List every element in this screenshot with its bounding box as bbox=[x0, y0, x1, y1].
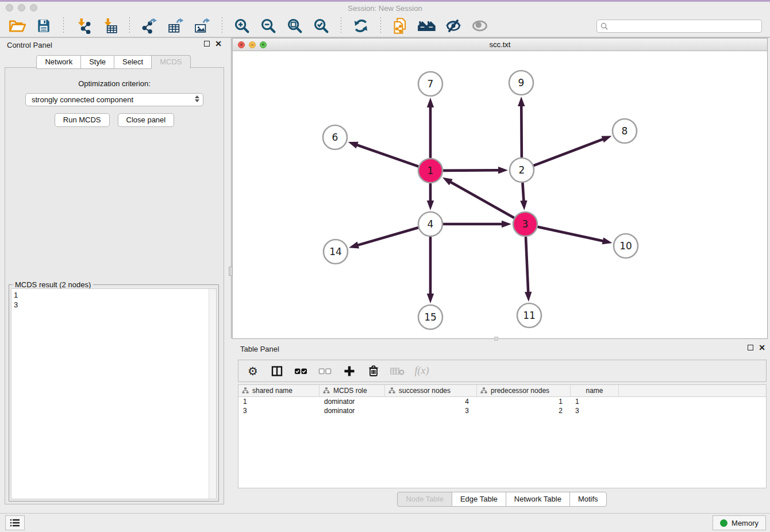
table-cell[interactable]: dominator bbox=[319, 398, 385, 406]
zoom-fit-icon[interactable] bbox=[283, 17, 306, 35]
table-cell[interactable]: 3 bbox=[385, 407, 477, 415]
node-6[interactable]: 6 bbox=[323, 125, 347, 149]
edge-3-1[interactable] bbox=[449, 181, 514, 218]
nested-networks-icon[interactable] bbox=[415, 17, 438, 35]
node-15[interactable]: 15 bbox=[418, 305, 442, 329]
table-cell[interactable]: 3 bbox=[571, 407, 619, 415]
table-row[interactable]: 1dominator411 bbox=[238, 397, 766, 406]
zoom-in-icon[interactable] bbox=[230, 17, 253, 35]
node-1[interactable]: 1 bbox=[418, 159, 442, 183]
delete-table-icon[interactable] bbox=[389, 363, 406, 379]
zoom-window-button[interactable] bbox=[30, 4, 37, 11]
arrowhead-4-14 bbox=[349, 242, 359, 249]
tab-style[interactable]: Style bbox=[80, 55, 114, 69]
tab-mcds[interactable]: MCDS bbox=[151, 55, 190, 69]
node-4[interactable]: 4 bbox=[418, 212, 442, 236]
result-scrollbar[interactable] bbox=[209, 289, 216, 499]
edge-2-8[interactable] bbox=[534, 138, 605, 165]
hierarchy-icon bbox=[323, 387, 330, 394]
memory-button[interactable]: Memory bbox=[713, 515, 766, 530]
edge-3-11[interactable] bbox=[526, 237, 528, 294]
run-mcds-button[interactable]: Run MCDS bbox=[55, 113, 110, 127]
export-network-icon[interactable] bbox=[138, 17, 161, 35]
zoom-out-icon[interactable] bbox=[257, 17, 280, 35]
deselect-all-columns-icon[interactable] bbox=[317, 363, 334, 379]
hide-graphics-details-icon[interactable] bbox=[442, 17, 465, 35]
column-header-shared-name[interactable]: shared name bbox=[238, 385, 319, 396]
edge-1-6[interactable] bbox=[355, 144, 418, 166]
table-cell[interactable]: 4 bbox=[385, 398, 477, 406]
table-cell[interactable]: 2 bbox=[477, 407, 571, 415]
table-panel: Table Panel ✕ ⚙ bbox=[233, 342, 770, 509]
edge-4-14[interactable] bbox=[356, 228, 418, 245]
node-9[interactable]: 9 bbox=[509, 71, 533, 95]
close-panel-icon[interactable]: ✕ bbox=[215, 41, 222, 47]
export-image-icon[interactable] bbox=[191, 17, 214, 35]
titlebar: Session: New Session bbox=[0, 2, 770, 15]
table-cell[interactable]: 1 bbox=[571, 398, 619, 406]
toolbar-separator bbox=[63, 17, 64, 34]
refresh-layout-icon[interactable] bbox=[349, 17, 372, 35]
network-close-button[interactable]: × bbox=[238, 41, 245, 48]
table-cell[interactable]: 1 bbox=[477, 398, 571, 406]
criterion-select[interactable]: strongly connected component bbox=[25, 93, 203, 106]
add-column-icon[interactable] bbox=[341, 363, 358, 379]
node-7[interactable]: 7 bbox=[418, 72, 442, 96]
column-header-name[interactable]: name bbox=[571, 385, 619, 396]
delete-column-icon[interactable] bbox=[365, 363, 382, 379]
node-2[interactable]: 2 bbox=[510, 158, 534, 182]
close-table-panel-icon[interactable]: ✕ bbox=[759, 345, 765, 350]
node-14[interactable]: 14 bbox=[324, 240, 348, 264]
column-header-predecessor-nodes[interactable]: predecessor nodes bbox=[477, 385, 571, 396]
search-input[interactable] bbox=[610, 22, 758, 30]
close-panel-button[interactable]: Close panel bbox=[118, 113, 175, 127]
table-cell[interactable]: 3 bbox=[238, 407, 319, 415]
network-minimize-button[interactable]: − bbox=[249, 41, 256, 48]
tab-motifs[interactable]: Motifs bbox=[569, 492, 607, 507]
edge-2-9[interactable] bbox=[521, 104, 522, 157]
node-label: 3 bbox=[522, 218, 529, 230]
select-all-columns-icon[interactable] bbox=[292, 363, 310, 379]
edge-2-3[interactable] bbox=[522, 183, 523, 203]
tab-network[interactable]: Network bbox=[36, 55, 81, 69]
open-file-icon[interactable] bbox=[6, 17, 29, 35]
tab-edge-table[interactable]: Edge Table bbox=[452, 492, 506, 507]
export-table-icon[interactable] bbox=[164, 17, 187, 35]
column-header-MCDS-role[interactable]: MCDS role bbox=[319, 385, 385, 396]
node-11[interactable]: 11 bbox=[517, 303, 541, 327]
canvas-resize-handle[interactable] bbox=[494, 337, 498, 341]
import-network-icon[interactable] bbox=[72, 17, 95, 35]
edge-3-10[interactable] bbox=[538, 227, 605, 241]
task-history-button[interactable] bbox=[5, 515, 25, 530]
edge-1-2[interactable] bbox=[444, 170, 500, 171]
table-cell[interactable]: dominator bbox=[319, 407, 385, 415]
settings-gear-icon[interactable]: ⚙ bbox=[244, 363, 261, 379]
network-maximize-button[interactable]: + bbox=[260, 41, 267, 48]
split-view-icon[interactable] bbox=[268, 363, 286, 379]
right-column: × − + scc.txt 1234678910111415 Table Pan… bbox=[232, 38, 768, 513]
column-header-successor-nodes[interactable]: successor nodes bbox=[385, 385, 477, 396]
arrowhead-4-15 bbox=[427, 294, 434, 303]
table-row[interactable]: 3dominator323 bbox=[238, 406, 766, 415]
close-window-button[interactable] bbox=[6, 4, 13, 11]
node-8[interactable]: 8 bbox=[613, 119, 637, 143]
import-table-icon[interactable] bbox=[98, 17, 121, 35]
search-field[interactable] bbox=[596, 20, 762, 33]
zoom-selected-icon[interactable] bbox=[310, 17, 333, 35]
node-table-header: shared nameMCDS rolesuccessor nodesprede… bbox=[238, 385, 766, 397]
node-3[interactable]: 3 bbox=[513, 212, 537, 236]
function-builder-icon[interactable]: f(x) bbox=[413, 363, 430, 379]
tab-network-table[interactable]: Network Table bbox=[506, 492, 570, 507]
show-graphics-details-icon[interactable] bbox=[468, 17, 491, 35]
network-canvas[interactable]: 1234678910111415 bbox=[233, 51, 767, 338]
save-session-icon[interactable] bbox=[32, 17, 55, 35]
table-cell[interactable]: 1 bbox=[238, 398, 319, 406]
float-table-panel-icon[interactable] bbox=[748, 345, 753, 350]
arrowhead-4-3 bbox=[502, 221, 511, 228]
node-10[interactable]: 10 bbox=[614, 234, 638, 258]
tab-select[interactable]: Select bbox=[114, 55, 152, 69]
minimize-window-button[interactable] bbox=[18, 4, 25, 11]
copy-network-icon[interactable] bbox=[389, 17, 412, 35]
tab-node-table[interactable]: Node Table bbox=[397, 492, 452, 507]
float-panel-icon[interactable] bbox=[204, 41, 210, 47]
